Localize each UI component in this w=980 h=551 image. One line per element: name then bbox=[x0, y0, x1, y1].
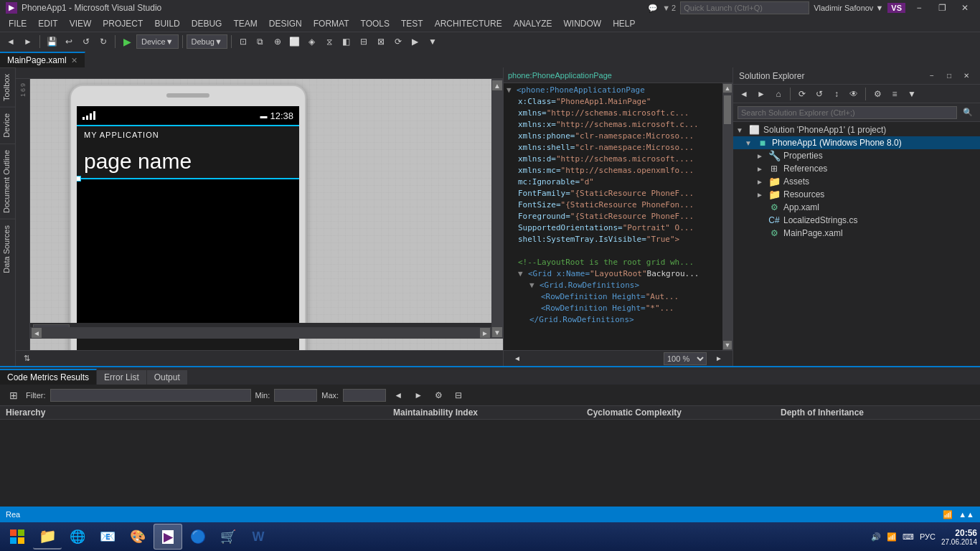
taskbar-paint[interactable]: 🎨 bbox=[123, 524, 152, 550]
device-tab[interactable]: Device bbox=[0, 107, 15, 143]
start-button[interactable] bbox=[3, 524, 32, 550]
se-sync-btn[interactable]: ⟳ bbox=[794, 86, 810, 102]
tab-error-list[interactable]: Error List bbox=[97, 370, 147, 385]
designer-canvas[interactable]: ▬ 12:38 MY APPLICATION page name bbox=[30, 79, 503, 350]
menu-view[interactable]: VIEW bbox=[64, 17, 98, 30]
quick-launch-input[interactable] bbox=[680, 1, 809, 14]
restore-button[interactable]: ❐ bbox=[933, 1, 951, 15]
menu-format[interactable]: FORMAT bbox=[308, 17, 355, 30]
menu-analyze[interactable]: ANALYZE bbox=[508, 17, 558, 30]
cm-export-btn[interactable]: ⊟ bbox=[451, 387, 466, 403]
taskbar-keyboard[interactable]: ⌨ bbox=[903, 532, 914, 542]
tb-icon10[interactable]: ⟳ bbox=[390, 34, 406, 50]
se-forward-btn[interactable]: ► bbox=[753, 86, 769, 102]
se-item-appxaml[interactable]: ► ⚙ App.xaml bbox=[733, 201, 980, 214]
se-back-btn[interactable]: ◄ bbox=[736, 86, 752, 102]
se-home-btn[interactable]: ⌂ bbox=[771, 86, 786, 102]
grid-expand-icon[interactable]: ▼ bbox=[518, 268, 528, 280]
se-item-resources[interactable]: ► 📁 Resources bbox=[733, 188, 980, 201]
tb-icon8[interactable]: ⊟ bbox=[356, 34, 372, 50]
menu-build[interactable]: BUILD bbox=[149, 17, 185, 30]
tb-icon1[interactable]: ⊡ bbox=[235, 34, 251, 50]
taskbar-network[interactable]: 📶 bbox=[887, 532, 897, 542]
rowdef-expand-icon[interactable]: ▼ bbox=[529, 280, 540, 291]
se-refresh-btn[interactable]: ↺ bbox=[811, 86, 827, 102]
se-settings-btn[interactable]: ≡ bbox=[887, 86, 903, 102]
se-item-project[interactable]: ▼ ■ PhoneApp1 (Windows Phone 8.0) bbox=[733, 136, 980, 149]
document-outline-tab[interactable]: Document Outline bbox=[0, 143, 15, 219]
xaml-scroll-right[interactable]: ► bbox=[711, 351, 727, 367]
forward-btn[interactable]: ► bbox=[20, 34, 36, 50]
menu-file[interactable]: FILE bbox=[3, 17, 32, 30]
xaml-zoom-select[interactable]: 100 % bbox=[664, 352, 707, 365]
se-search-input[interactable] bbox=[738, 106, 957, 119]
menu-tools[interactable]: TOOLS bbox=[355, 17, 395, 30]
tb-icon11[interactable]: ▶ bbox=[407, 34, 423, 50]
tb-icon9[interactable]: ⊠ bbox=[373, 34, 389, 50]
menu-project[interactable]: PROJECT bbox=[97, 17, 149, 30]
taskbar-outlook[interactable]: 📧 bbox=[93, 524, 122, 550]
tab-code-metrics[interactable]: Code Metrics Results bbox=[0, 369, 97, 385]
tb-icon4[interactable]: ⬜ bbox=[287, 34, 303, 50]
xaml-scroll-left[interactable]: ◄ bbox=[509, 351, 525, 367]
max-input[interactable] bbox=[343, 389, 386, 402]
tb-icon12[interactable]: ▼ bbox=[425, 34, 440, 50]
se-filter-btn[interactable]: ⚙ bbox=[870, 86, 885, 102]
doc-tab-close-btn[interactable]: ✕ bbox=[71, 56, 77, 65]
menu-test[interactable]: TEST bbox=[395, 17, 429, 30]
se-close-btn[interactable]: ✕ bbox=[958, 68, 974, 84]
undo-btn[interactable]: ↺ bbox=[78, 34, 94, 50]
se-item-references[interactable]: ► ⊞ References bbox=[733, 162, 980, 175]
se-item-localizedstrings[interactable]: ► C# LocalizedStrings.cs bbox=[733, 214, 980, 227]
cm-filter-btn[interactable]: ◄ bbox=[390, 387, 406, 403]
se-maximize-btn[interactable]: □ bbox=[941, 68, 957, 84]
code-metrics-body[interactable] bbox=[0, 420, 980, 507]
se-item-properties[interactable]: ► 🔧 Properties bbox=[733, 149, 980, 162]
tb-icon5[interactable]: ◈ bbox=[304, 34, 320, 50]
se-minimize-btn[interactable]: − bbox=[924, 68, 940, 84]
close-button[interactable]: ✕ bbox=[956, 1, 974, 15]
taskbar-explorer[interactable]: 📁 bbox=[33, 524, 62, 550]
taskbar-volume[interactable]: 🔊 bbox=[871, 532, 881, 542]
cm-apply-btn[interactable]: ► bbox=[410, 387, 426, 403]
menu-edit[interactable]: EDIT bbox=[32, 17, 63, 30]
tb-icon6[interactable]: ⧖ bbox=[321, 34, 337, 50]
cm-settings-btn[interactable]: ⚙ bbox=[430, 387, 446, 403]
menu-design[interactable]: DESIGN bbox=[263, 17, 308, 30]
xaml-code-editor[interactable]: ▼ <phone:PhoneApplicationPage x:Class="P… bbox=[504, 83, 722, 350]
device-dropdown[interactable]: Device ▼ bbox=[136, 34, 179, 49]
menu-help[interactable]: HELP bbox=[607, 17, 641, 30]
toggle-design-btn[interactable]: ⇅ bbox=[19, 351, 34, 367]
tb-icon2[interactable]: ⧉ bbox=[253, 34, 268, 50]
se-item-solution[interactable]: ▼ ⬜ Solution 'PhoneApp1' (1 project) bbox=[733, 123, 980, 136]
min-input[interactable] bbox=[274, 389, 317, 402]
taskbar-word[interactable]: W bbox=[244, 524, 273, 550]
taskbar-ie[interactable]: 🌐 bbox=[63, 524, 92, 550]
redo-btn[interactable]: ↻ bbox=[95, 34, 111, 50]
designer-hscrollbar[interactable]: ◄ ► bbox=[30, 327, 491, 339]
se-search-btn[interactable]: 🔍 bbox=[960, 105, 976, 121]
xaml-vscrollbar[interactable]: ▲ ▼ bbox=[722, 83, 732, 350]
filter-input[interactable] bbox=[50, 389, 251, 402]
tab-output[interactable]: Output bbox=[147, 370, 188, 385]
se-item-assets[interactable]: ► 📁 Assets bbox=[733, 175, 980, 188]
cm-icon[interactable]: ⊞ bbox=[6, 387, 22, 403]
menu-window[interactable]: WINDOW bbox=[558, 17, 608, 30]
menu-architecture[interactable]: ARCHITECTURE bbox=[429, 17, 508, 30]
taskbar-store[interactable]: 🛒 bbox=[214, 524, 242, 550]
toolbox-tab[interactable]: Toolbox bbox=[0, 67, 15, 107]
taskbar-chrome[interactable]: 🔵 bbox=[184, 524, 212, 550]
menu-debug[interactable]: DEBUG bbox=[186, 17, 228, 30]
undo-group-btn[interactable]: ↩ bbox=[61, 34, 77, 50]
se-item-mainpagexaml[interactable]: ► ⚙ MainPage.xaml bbox=[733, 227, 980, 240]
se-show-all-btn[interactable]: 👁 bbox=[846, 86, 862, 102]
tb-icon7[interactable]: ◧ bbox=[339, 34, 354, 50]
tb-icon3[interactable]: ⊕ bbox=[270, 34, 286, 50]
taskbar-vs[interactable]: ▶ bbox=[154, 524, 182, 550]
se-collapse-btn[interactable]: ↕ bbox=[829, 86, 844, 102]
designer-vscrollbar[interactable]: ▲ ▼ bbox=[491, 79, 503, 339]
expand-icon[interactable]: ▼ bbox=[507, 85, 517, 96]
doc-tab-mainpage[interactable]: MainPage.xaml ✕ bbox=[0, 52, 85, 67]
menu-team[interactable]: TEAM bbox=[227, 17, 263, 30]
start-btn[interactable]: ▶ bbox=[119, 34, 135, 50]
